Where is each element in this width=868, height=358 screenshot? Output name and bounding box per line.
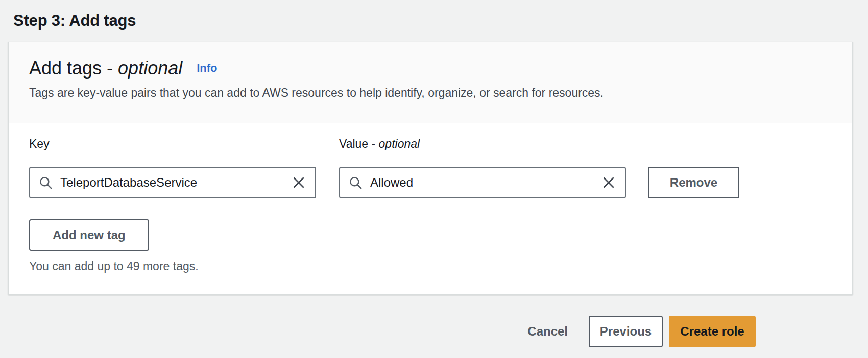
previous-button[interactable]: Previous	[589, 316, 663, 347]
key-clear-button[interactable]	[290, 173, 308, 192]
page-title: Step 3: Add tags	[13, 12, 136, 30]
tags-remaining-hint: You can add up to 49 more tags.	[29, 259, 832, 273]
remove-tag-button[interactable]: Remove	[648, 167, 739, 198]
panel-title: Add tags - optional Info	[29, 57, 832, 80]
add-tags-panel: Add tags - optional Info Tags are key-va…	[8, 42, 853, 295]
panel-title-optional: optional	[118, 58, 182, 79]
value-input[interactable]	[370, 175, 599, 190]
panel-header: Add tags - optional Info Tags are key-va…	[9, 42, 852, 123]
value-label-text: Value -	[339, 137, 379, 150]
key-field: Key	[29, 137, 316, 198]
key-input[interactable]	[60, 175, 290, 190]
close-icon	[601, 175, 616, 190]
search-icon	[39, 176, 53, 190]
key-label: Key	[29, 137, 316, 151]
panel-description: Tags are key-value pairs that you can ad…	[29, 85, 832, 100]
close-icon	[292, 175, 306, 190]
value-label: Value - optional	[339, 137, 626, 151]
value-input-container	[339, 167, 626, 198]
info-link[interactable]: Info	[197, 62, 217, 74]
key-input-container	[29, 167, 316, 198]
panel-title-text: Add tags -	[29, 58, 118, 79]
wizard-footer: Cancel Previous Create role	[527, 316, 756, 347]
value-clear-button[interactable]	[599, 173, 618, 192]
search-icon	[349, 176, 363, 190]
panel-body: Key	[9, 123, 852, 273]
value-field: Value - optional	[339, 137, 626, 198]
tag-row: Key	[29, 137, 832, 198]
value-label-optional: optional	[379, 137, 420, 150]
create-role-button[interactable]: Create role	[669, 316, 756, 347]
key-label-text: Key	[29, 137, 50, 150]
add-new-tag-button[interactable]: Add new tag	[29, 219, 149, 251]
cancel-button[interactable]: Cancel	[527, 324, 568, 339]
